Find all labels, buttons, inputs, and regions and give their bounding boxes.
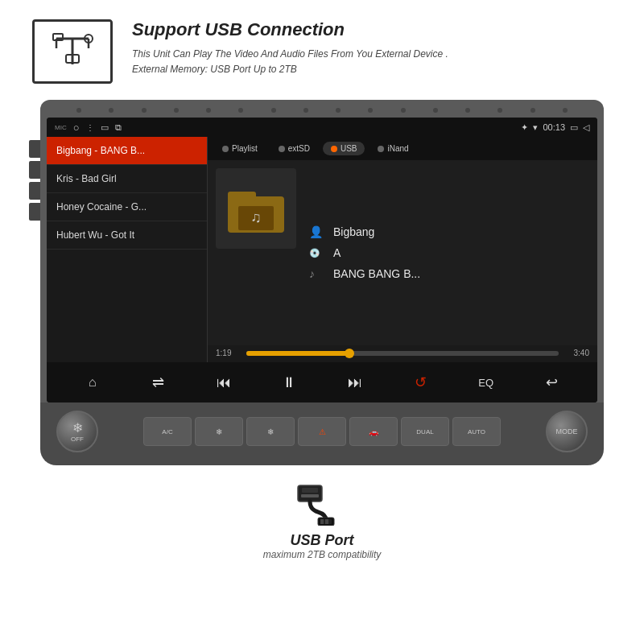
support-usb-title: Support USB Connection [132, 19, 612, 40]
track-item-1[interactable]: Kris - Bad Girl [47, 165, 207, 193]
progress-thumb [345, 349, 354, 358]
player-area: Playlist extSD USB iNand [208, 137, 597, 362]
screen-icon: ▭ [101, 122, 109, 133]
battery-icon: ▭ [570, 122, 578, 133]
usb-description: This Unit Can Play The Video And Audio F… [132, 47, 612, 77]
bump [109, 108, 114, 113]
svg-rect-16 [320, 519, 324, 524]
status-right: ✦ ▾ 00:13 ▭ ◁ [521, 122, 589, 133]
fan-button[interactable]: ❄ [195, 417, 243, 446]
dual-button[interactable]: DUAL [401, 417, 449, 446]
prev-button[interactable]: ⏮ [211, 369, 237, 395]
bump [303, 108, 308, 113]
tab-label-playlist: Playlist [232, 144, 258, 153]
track-item-0[interactable]: Bigbang - BANG B... [47, 137, 207, 165]
tab-dot [279, 146, 285, 152]
side-btn-1[interactable] [29, 140, 40, 158]
main-content: Bigbang - BANG B... Kris - Bad Girl Hone… [47, 137, 597, 362]
car-unit: MIC ○ ⋮ ▭ ⧉ ✦ ▾ 00:13 ▭ ◁ Bigbang [40, 100, 604, 465]
track-item-2[interactable]: Honey Cocaine - G... [47, 193, 207, 221]
tab-extsd[interactable]: extSD [270, 142, 318, 155]
circle-icon: ○ [73, 122, 80, 134]
progress-bar-container: 1:19 3:40 [216, 349, 589, 357]
usb-icon [47, 32, 98, 71]
bump [368, 108, 373, 113]
auto-button[interactable]: AUTO [452, 417, 501, 446]
track-info: 👤 Bigbang 💿 A ♪ BANG BANG B... [309, 168, 589, 337]
time-current: 1:19 [216, 349, 240, 357]
bump [206, 108, 211, 113]
progress-track[interactable] [246, 351, 559, 356]
tab-dot [222, 146, 229, 152]
left-knob[interactable]: ❄ OFF [56, 411, 98, 452]
desc-line2: External Memory: USB Port Up to 2TB [132, 64, 297, 75]
ac-button[interactable]: A/C [143, 417, 192, 446]
bump [76, 108, 81, 113]
right-knob[interactable]: MODE [546, 411, 588, 452]
tab-usb[interactable]: USB [323, 142, 365, 155]
bump [563, 108, 568, 113]
side-buttons [29, 140, 40, 221]
tab-dot [331, 146, 337, 152]
shuffle-button[interactable]: ⇌ [145, 369, 171, 395]
track-item-3[interactable]: Hubert Wu - Got It [47, 221, 207, 250]
defrost-button[interactable]: ❄ [246, 417, 295, 446]
tab-label-inand: iNand [387, 144, 408, 153]
progress-section: 1:19 3:40 [208, 345, 597, 362]
bump [142, 108, 147, 113]
album-row: 💿 A [309, 246, 589, 259]
car-button[interactable]: 🚗 [349, 417, 398, 446]
status-left: MIC ○ ⋮ ▭ ⧉ [55, 122, 122, 134]
side-btn-4[interactable] [29, 203, 40, 221]
album-icon: 💿 [309, 248, 324, 258]
controls: ⌂ ⇌ ⏮ ⏸ ⏭ ↺ EQ ↩ [47, 362, 597, 402]
repeat-button[interactable]: ↺ [407, 369, 433, 395]
status-bar: MIC ○ ⋮ ▭ ⧉ ✦ ▾ 00:13 ▭ ◁ [47, 118, 597, 137]
bluetooth-icon: ✦ [521, 122, 528, 133]
side-btn-2[interactable] [29, 161, 40, 179]
bump [336, 108, 341, 113]
wifi-icon: ▾ [533, 122, 538, 133]
side-btn-3[interactable] [29, 182, 40, 200]
warning-button[interactable]: ⚠ [298, 417, 346, 446]
eq-button[interactable]: EQ [473, 369, 499, 395]
album-name: A [333, 246, 341, 259]
top-bumps [47, 106, 597, 114]
home-button[interactable]: ⌂ [80, 369, 105, 395]
tab-dot [378, 146, 384, 152]
music-icon: ♪ [309, 267, 324, 280]
svg-rect-17 [325, 519, 328, 524]
ac-label: A/C [162, 428, 172, 436]
svg-rect-12 [302, 488, 318, 493]
warning-icon: ⚠ [319, 427, 326, 436]
play-pause-button[interactable]: ⏸ [276, 369, 302, 395]
mode-label: MODE [556, 427, 578, 436]
tab-inand[interactable]: iNand [369, 142, 416, 155]
usb-icon-box [32, 19, 113, 84]
car-bottom: ❄ OFF A/C ❄ ❄ ⚠ [40, 402, 604, 465]
next-button[interactable]: ⏭ [342, 369, 368, 395]
song-row: ♪ BANG BANG B... [309, 267, 589, 280]
player-tabs: Playlist extSD USB iNand [208, 137, 597, 160]
tab-playlist[interactable]: Playlist [214, 142, 266, 155]
back-button[interactable]: ↩ [539, 369, 564, 395]
menu-icon: ⋮ [86, 123, 94, 132]
bump [238, 108, 243, 113]
bump [497, 108, 502, 113]
svg-rect-13 [301, 494, 319, 497]
bump [271, 108, 276, 113]
car-body: MIC ○ ⋮ ▭ ⧉ ✦ ▾ 00:13 ▭ ◁ Bigbang [40, 100, 604, 402]
usb-port-sublabel: maximum 2TB compatibility [263, 549, 382, 560]
dual-label: DUAL [416, 428, 433, 436]
artist-icon: 👤 [309, 225, 324, 238]
tab-label-usb: USB [341, 144, 357, 153]
artist-name: Bigbang [333, 225, 374, 238]
fan-icon: ❄ [216, 427, 222, 436]
defrost-icon: ❄ [267, 427, 274, 436]
car-icon: 🚗 [369, 427, 378, 436]
bump [401, 108, 406, 113]
folder-icon: ♫ [224, 180, 288, 237]
bump [174, 108, 179, 113]
time-display: 00:13 [543, 122, 565, 132]
copy-icon: ⧉ [115, 122, 122, 133]
